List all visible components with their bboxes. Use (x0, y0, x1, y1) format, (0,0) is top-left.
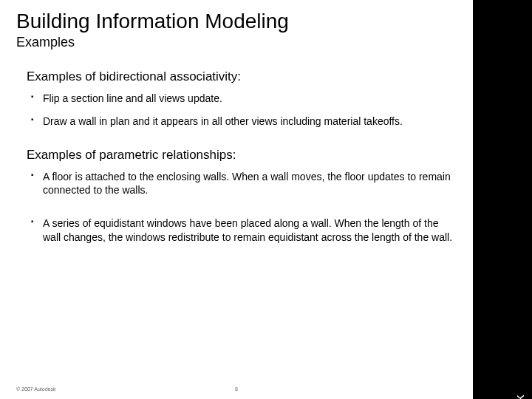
footer-page-number: 8 (0, 386, 473, 392)
brand-sidebar: Autodesk (473, 0, 532, 399)
slide-subtitle: Examples (16, 35, 457, 50)
list-item: Flip a section line and all views update… (27, 92, 457, 106)
autodesk-logo: Autodesk (513, 395, 528, 399)
list-item: A series of equidistant windows have bee… (27, 216, 457, 245)
slide-title: Building Information Modeling (16, 10, 457, 33)
list-item: Draw a wall in plan and it appears in al… (27, 115, 457, 129)
section-heading-2: Examples of parametric relationships: (27, 148, 457, 163)
content-area: Building Information Modeling Examples E… (0, 0, 473, 399)
bullet-list-1: Flip a section line and all views update… (27, 92, 457, 129)
slide: Building Information Modeling Examples E… (0, 0, 532, 399)
section-heading-1: Examples of bidirectional associativity: (27, 69, 457, 84)
bullet-list-2: A floor is attached to the enclosing wal… (27, 170, 457, 245)
list-item: A floor is attached to the enclosing wal… (27, 170, 457, 198)
